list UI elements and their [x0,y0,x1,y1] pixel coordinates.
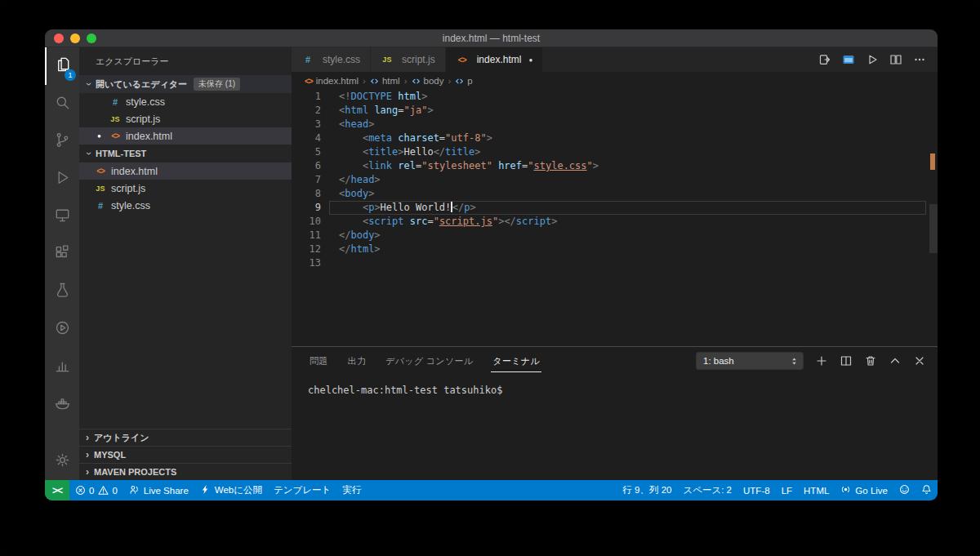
open-editor-script.js[interactable]: JSscript.js [79,110,292,127]
split-editor-icon[interactable] [889,53,902,66]
line-number: 2 [292,104,329,118]
open-editors-header[interactable]: › 開いているエディター 未保存 (1) [79,75,292,93]
status-publish-web[interactable]: Webに公開 [194,480,268,500]
panel-tab-ターミナル[interactable]: ターミナル [491,350,541,372]
sidebar-section-アウトライン[interactable]: ›アウトライン [79,429,292,446]
open-preview-icon[interactable] [818,53,831,66]
editor-scrollbar[interactable] [929,204,938,253]
more-actions-icon[interactable] [913,53,926,66]
activity-docker-button[interactable] [45,385,79,423]
terminal-content[interactable]: chelchel-mac:html-test tatsuhiko$ [292,375,938,480]
problems-indicator[interactable]: 00 [69,480,123,500]
kill-terminal-icon[interactable] [864,354,877,367]
run-debug-icon [53,168,72,190]
code-line-8[interactable]: 8<body> [292,187,938,201]
status-cursor-position[interactable]: 行 9、列 20 [617,480,677,500]
code-line-6[interactable]: 6 <link rel="stylesheet" href="style.css… [292,159,938,173]
tree-item-script.js[interactable]: JSscript.js [79,180,292,197]
maximize-panel-icon[interactable] [889,354,902,367]
open-editor-index.html[interactable]: ●<>index.html [79,127,292,145]
activity-badge: 1 [65,69,76,81]
tree-item-index.html[interactable]: <>index.html [79,162,292,180]
status-eol[interactable]: LF [776,480,798,500]
activity-resource-monitor-button[interactable] [45,348,79,385]
activity-extensions-button[interactable] [45,235,79,273]
code-line-10[interactable]: 10 <script src="script.js"></script> [292,215,938,229]
tree-item-style.css[interactable]: #style.css [79,197,292,214]
activity-explorer-button[interactable]: 1 [45,47,79,85]
code-content: <meta charset="utf-8"> [329,131,926,145]
panel-tab-デバッグ コンソール[interactable]: デバッグ コンソール [384,350,474,372]
zoom-window-button[interactable] [87,33,96,43]
status-language-mode[interactable]: HTML [798,480,835,500]
status-label: 実行 [342,484,361,496]
code-content: <html lang="ja"> [329,104,926,118]
titlebar[interactable]: index.html — html-test [45,29,938,47]
code-line-7[interactable]: 7</head> [292,173,938,187]
status-live-share[interactable]: Live Share [123,480,194,500]
panel-tab-出力[interactable]: 出力 [346,350,368,372]
code-editor[interactable]: 1<!DOCTYPE html>2<html lang="ja">3<head>… [292,90,938,346]
breadcrumb-item-index.html[interactable]: <>index.html [305,76,359,86]
status-template[interactable]: テンプレート [268,480,336,500]
breadcrumb-item-body[interactable]: body [412,76,444,86]
open-editors-label: 開いているエディター [96,78,187,91]
select-arrows-icon [789,355,800,367]
activity-remote-explorer-button[interactable] [45,198,79,235]
bottom-panel: 問題出力デバッグ コンソールターミナル 1: bash chelchel-mac… [292,346,938,480]
minimize-window-button[interactable] [70,33,80,43]
browser-preview-icon[interactable] [842,53,855,66]
activity-run-debug-button[interactable] [45,160,79,198]
status-notifications[interactable] [915,480,938,500]
breadcrumb-label: p [467,76,472,86]
new-terminal-icon[interactable] [815,354,828,367]
status-label: LF [782,486,792,496]
code-line-5[interactable]: 5 <title>Hello</title> [292,145,938,159]
activity-settings-button[interactable] [45,443,79,480]
code-line-12[interactable]: 12</html> [292,242,938,256]
code-line-9[interactable]: 9 <p>Hello World!</p> [292,201,938,215]
code-line-3[interactable]: 3<head> [292,118,938,131]
open-editor-style.css[interactable]: #style.css [79,93,292,110]
code-line-11[interactable]: 11</body> [292,229,938,242]
status-feedback[interactable] [893,480,915,500]
html-file-icon: <> [456,56,469,64]
split-terminal-icon[interactable] [840,354,853,367]
live-share-icon [129,484,140,496]
status-indentation[interactable]: スペース: 2 [677,480,737,500]
breadcrumb-item-html[interactable]: html [370,76,400,86]
code-line-13[interactable]: 13 [292,256,938,270]
terminal-shell-select[interactable]: 1: bash [696,352,804,370]
breadcrumb-separator: › [404,76,408,86]
tab-index.html[interactable]: <>index.html● [446,47,544,72]
activity-source-control-button[interactable] [45,122,79,160]
modified-dot: ● [97,132,109,140]
code-content: </head> [329,173,926,187]
code-line-2[interactable]: 2<html lang="ja"> [292,104,938,118]
run-file-icon[interactable] [866,53,879,66]
panel-tab-問題[interactable]: 問題 [308,350,330,372]
folder-header[interactable]: › HTML-TEST [79,145,292,162]
sidebar-section-MYSQL[interactable]: ›MYSQL [79,446,292,463]
breadcrumb-item-p[interactable]: p [455,76,472,86]
tab-style.css[interactable]: #style.css [292,47,371,72]
close-panel-icon[interactable] [913,354,926,367]
editor-tab-bar: #style.cssJSscript.js<>index.html● [292,47,938,72]
main-area: 1 エクスプローラー › 開いているエディター 未保存 (1) #style.c… [45,47,938,480]
activity-testing-button[interactable] [45,273,79,310]
file-name: index.html [126,131,172,142]
status-run[interactable]: 実行 [336,480,367,500]
section-label: MAVEN PROJECTS [94,467,176,477]
sidebar-section-MAVEN PROJECTS[interactable]: ›MAVEN PROJECTS [79,463,292,480]
activity-search-button[interactable] [45,85,79,122]
code-line-4[interactable]: 4 <meta charset="utf-8"> [292,131,938,145]
source-control-icon [53,131,72,153]
activity-code-runner-button[interactable] [45,310,79,348]
code-line-1[interactable]: 1<!DOCTYPE html> [292,90,938,104]
tab-script.js[interactable]: JSscript.js [371,47,446,72]
search-icon [53,93,72,115]
status-go-live[interactable]: Go Live [835,480,893,500]
status-encoding[interactable]: UTF-8 [737,480,776,500]
close-window-button[interactable] [54,33,64,43]
remote-indicator[interactable]: >< [45,480,69,500]
